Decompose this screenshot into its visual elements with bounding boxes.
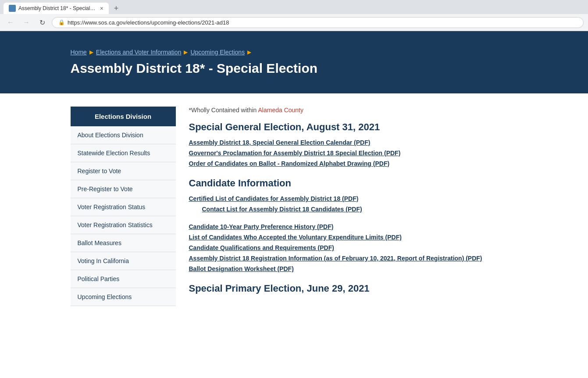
sidebar-item-ballot-measures[interactable]: Ballot Measures <box>71 234 176 252</box>
sidebar-item-voter-status[interactable]: Voter Registration Status <box>71 198 176 216</box>
candidate-info-title: Candidate Information <box>189 178 518 189</box>
sidebar: Elections Division About Elections Divis… <box>71 107 176 306</box>
sidebar-item-register[interactable]: Register to Vote <box>71 162 176 180</box>
url-box[interactable]: 🔒 https://www.sos.ca.gov/elections/upcom… <box>52 17 584 28</box>
page-title: Assembly District 18* - Special Election <box>71 61 518 76</box>
tab-favicon <box>9 5 16 12</box>
sidebar-item-statewide[interactable]: Statewide Election Results <box>71 144 176 162</box>
candidate-link-secondary-3[interactable]: Assembly District 18 Registration Inform… <box>189 255 518 262</box>
breadcrumb-home[interactable]: Home <box>71 49 87 56</box>
sidebar-item-about[interactable]: About Elections Division <box>71 126 176 144</box>
candidate-link-secondary-2[interactable]: Candidate Qualifications and Requirement… <box>189 244 518 251</box>
active-tab[interactable]: Assembly District 18* - Special E... × <box>4 3 109 14</box>
back-button[interactable]: ← <box>4 16 17 29</box>
special-general-title: Special General Election, August 31, 202… <box>189 121 518 133</box>
county-name: Alameda County <box>258 107 303 114</box>
general-link-0[interactable]: Assembly District 18, Special General El… <box>189 139 518 146</box>
sidebar-item-upcoming[interactable]: Upcoming Elections <box>71 288 176 306</box>
tab-bar: Assembly District 18* - Special E... × + <box>0 0 588 14</box>
new-tab-button[interactable]: + <box>110 3 122 14</box>
candidate-link-primary-0[interactable]: Certified List of Candidates for Assembl… <box>189 195 518 202</box>
candidate-link-indented-0[interactable]: Contact List for Assembly District 18 Ca… <box>202 206 518 213</box>
tab-title: Assembly District 18* - Special E... <box>18 5 96 11</box>
tab-close-button[interactable]: × <box>100 5 103 12</box>
main-content: *Wholly Contained within Alameda County … <box>189 107 518 294</box>
url-text: https://www.sos.ca.gov/elections/upcomin… <box>68 19 229 26</box>
county-note: *Wholly Contained within Alameda County <box>189 107 518 114</box>
sidebar-header: Elections Division <box>71 107 176 126</box>
breadcrumb-upcoming[interactable]: Upcoming Elections <box>190 49 245 56</box>
candidate-link-secondary-4[interactable]: Ballot Designation Worksheet (PDF) <box>189 265 518 272</box>
forward-button[interactable]: → <box>20 16 32 29</box>
candidate-link-secondary-0[interactable]: Candidate 10-Year Party Preference Histo… <box>189 223 518 230</box>
sidebar-item-voter-stats[interactable]: Voter Registration Statistics <box>71 216 176 234</box>
breadcrumb: Home ▶ Elections and Voter Information ▶… <box>71 49 518 56</box>
special-primary-title: Special Primary Election, June 29, 2021 <box>189 283 518 294</box>
sidebar-item-voting-ca[interactable]: Voting In California <box>71 252 176 270</box>
sidebar-item-political-parties[interactable]: Political Parties <box>71 270 176 288</box>
breadcrumb-sep-2: ▶ <box>184 49 188 55</box>
general-link-1[interactable]: Governor's Proclamation for Assembly Dis… <box>189 150 518 157</box>
browser-chrome: Assembly District 18* - Special E... × +… <box>0 0 588 31</box>
sidebar-item-preregister[interactable]: Pre-Register to Vote <box>71 180 176 198</box>
address-bar: ← → ↻ 🔒 https://www.sos.ca.gov/elections… <box>0 14 588 31</box>
candidate-link-secondary-1[interactable]: List of Candidates Who Accepted the Volu… <box>189 234 518 241</box>
county-note-prefix: *Wholly Contained within <box>189 107 258 114</box>
reload-button[interactable]: ↻ <box>36 16 48 29</box>
page-header: Home ▶ Elections and Voter Information ▶… <box>0 31 588 93</box>
breadcrumb-elections[interactable]: Elections and Voter Information <box>96 49 182 56</box>
general-link-2[interactable]: Order of Candidates on Ballot - Randomiz… <box>189 160 518 167</box>
content-area: Elections Division About Elections Divis… <box>53 107 535 306</box>
breadcrumb-sep-3: ▶ <box>247 49 251 55</box>
lock-icon: 🔒 <box>58 19 65 25</box>
breadcrumb-sep-1: ▶ <box>89 49 93 55</box>
